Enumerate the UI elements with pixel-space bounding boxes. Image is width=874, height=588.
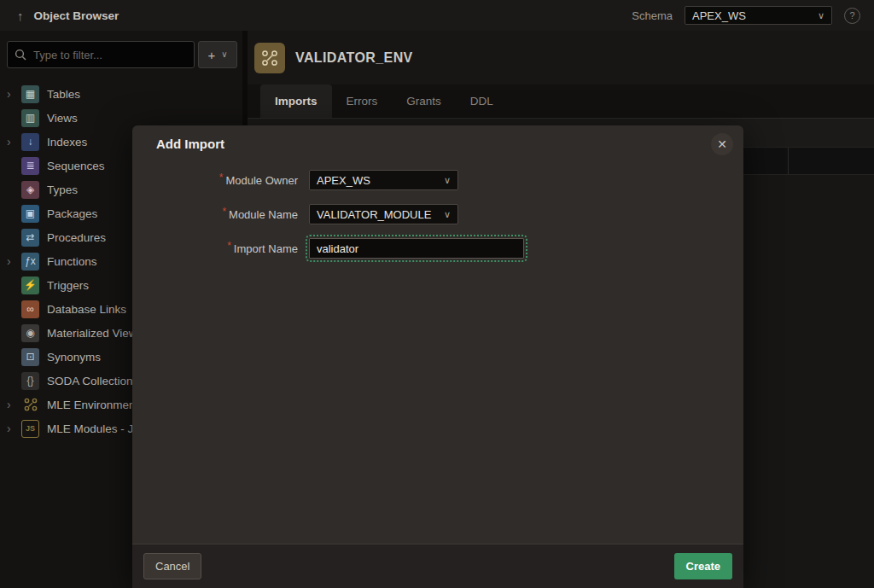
procedures-icon: ⇄ bbox=[21, 229, 39, 247]
chevron-right-icon[interactable]: › bbox=[7, 135, 21, 148]
materialized-views-icon: ◉ bbox=[21, 324, 39, 342]
sidebar-item-tables[interactable]: ›▦Tables bbox=[0, 82, 242, 106]
schema-label: Schema bbox=[632, 9, 673, 22]
module-owner-select[interactable]: APEX_WS ∨ bbox=[309, 170, 458, 190]
indexes-icon: ↓ bbox=[21, 133, 39, 151]
sidebar-item-label: MLE Environments bbox=[47, 399, 144, 411]
cancel-button[interactable]: Cancel bbox=[143, 553, 201, 579]
import-name-input[interactable] bbox=[309, 238, 524, 259]
tab-bar: ImportsErrorsGrantsDDL bbox=[248, 84, 874, 119]
up-arrow-icon[interactable]: ↑ bbox=[17, 9, 24, 23]
required-asterisk: * bbox=[227, 240, 231, 252]
sidebar-item-label: Triggers bbox=[47, 279, 89, 292]
module-name-select[interactable]: VALIDATOR_MODULE ∨ bbox=[309, 204, 458, 224]
chevron-down-icon: ∨ bbox=[818, 11, 824, 20]
close-icon[interactable]: ✕ bbox=[711, 133, 733, 155]
triggers-icon: ⚡ bbox=[21, 277, 39, 294]
dialog-body: *Module Owner APEX_WS ∨ *Module Name VAL… bbox=[132, 170, 743, 272]
chevron-right-icon[interactable]: › bbox=[7, 254, 21, 268]
topbar-right: Schema APEX_WS ∨ ? bbox=[632, 6, 874, 25]
sidebar-item-label: Tables bbox=[47, 88, 80, 101]
sequences-icon: ≣ bbox=[21, 157, 39, 175]
chevron-right-icon[interactable]: › bbox=[7, 422, 21, 435]
chevron-right-icon[interactable]: › bbox=[7, 87, 21, 101]
import-name-row: *Import Name bbox=[132, 238, 743, 259]
sidebar-item-label: Indexes bbox=[47, 136, 87, 148]
tab-errors[interactable]: Errors bbox=[332, 84, 393, 118]
sidebar-item-label: Sequences bbox=[47, 160, 105, 172]
plus-icon: + bbox=[207, 49, 215, 61]
sidebar-item-label: Packages bbox=[47, 207, 97, 220]
mle-environments-icon bbox=[21, 396, 39, 414]
chevron-down-icon: ∨ bbox=[444, 176, 451, 185]
add-import-dialog: Add Import ✕ *Module Owner APEX_WS ∨ *Mo… bbox=[132, 125, 743, 588]
tab-imports[interactable]: Imports bbox=[260, 84, 332, 118]
sidebar-item-label: Materialized Views bbox=[47, 327, 143, 340]
sidebar-item-label: Procedures bbox=[47, 231, 106, 244]
mle-environment-icon bbox=[254, 43, 285, 73]
chevron-right-icon[interactable]: › bbox=[7, 398, 21, 411]
tables-icon: ▦ bbox=[21, 85, 39, 103]
dialog-title: Add Import bbox=[156, 137, 224, 151]
top-bar: ↑ Object Browser Schema APEX_WS ∨ ? bbox=[0, 0, 874, 31]
views-icon: ▥ bbox=[21, 109, 39, 127]
grid-header-cell[interactable] bbox=[789, 148, 874, 174]
tab-grants[interactable]: Grants bbox=[392, 84, 456, 118]
create-button[interactable]: Create bbox=[674, 553, 732, 579]
module-owner-value: APEX_WS bbox=[317, 174, 370, 187]
import-name-label: *Import Name bbox=[132, 242, 309, 255]
tab-ddl[interactable]: DDL bbox=[456, 84, 508, 118]
module-name-row: *Module Name VALIDATOR_MODULE ∨ bbox=[132, 204, 743, 224]
filter-box bbox=[7, 41, 195, 68]
schema-select[interactable]: APEX_WS ∨ bbox=[685, 6, 832, 25]
add-object-button[interactable]: + ∨ bbox=[198, 41, 237, 68]
module-name-value: VALIDATOR_MODULE bbox=[317, 208, 431, 221]
sidebar-item-label: SODA Collections bbox=[47, 375, 138, 387]
object-browser-app: ↑ Object Browser Schema APEX_WS ∨ ? + ∨ bbox=[0, 0, 874, 588]
module-name-label: *Module Name bbox=[132, 208, 309, 221]
sidebar-item-label: Synonyms bbox=[47, 351, 101, 364]
module-owner-row: *Module Owner APEX_WS ∨ bbox=[132, 170, 743, 190]
sidebar-item-label: Views bbox=[47, 112, 78, 125]
object-header: VALIDATOR_ENV bbox=[248, 31, 874, 84]
filter-input[interactable] bbox=[33, 49, 187, 61]
types-icon: ◈ bbox=[21, 181, 39, 199]
dialog-footer: Cancel Create bbox=[132, 544, 743, 588]
sidebar-filter-row: + ∨ bbox=[0, 31, 242, 77]
database-links-icon: ∞ bbox=[21, 300, 39, 318]
module-owner-label: *Module Owner bbox=[132, 174, 309, 187]
packages-icon: ▣ bbox=[21, 205, 39, 223]
soda-collections-icon: {} bbox=[21, 372, 39, 390]
sidebar-item-label: Functions bbox=[47, 255, 97, 268]
synonyms-icon: ⊡ bbox=[21, 348, 39, 366]
required-asterisk: * bbox=[222, 206, 226, 218]
chevron-down-icon: ∨ bbox=[444, 210, 451, 219]
mle-modules-icon: JS bbox=[21, 420, 39, 438]
sidebar-item-label: Database Links bbox=[47, 303, 126, 316]
help-icon[interactable]: ? bbox=[844, 8, 860, 24]
object-name: VALIDATOR_ENV bbox=[295, 50, 413, 66]
page-title: Object Browser bbox=[34, 9, 119, 22]
search-icon bbox=[15, 49, 26, 61]
chevron-down-icon: ∨ bbox=[221, 50, 227, 59]
functions-icon: ƒx bbox=[21, 253, 39, 271]
sidebar-item-label: Types bbox=[47, 183, 78, 196]
schema-select-value: APEX_WS bbox=[692, 9, 746, 22]
required-asterisk: * bbox=[219, 172, 224, 183]
